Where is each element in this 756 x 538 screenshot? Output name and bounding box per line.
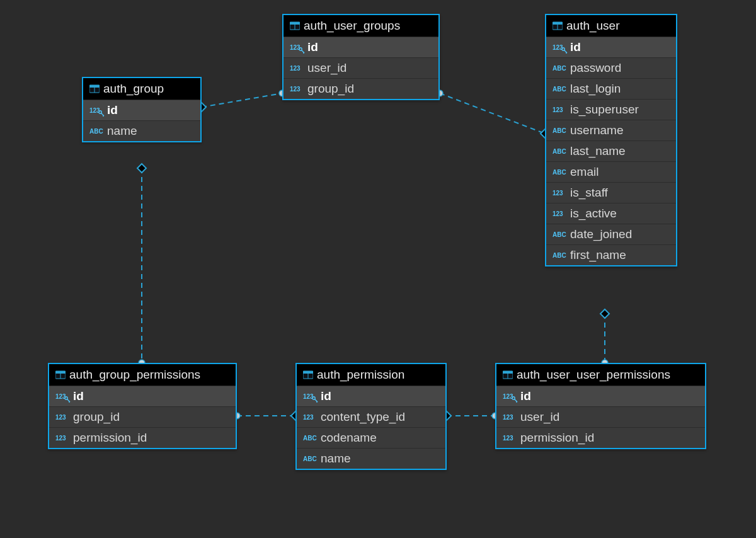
column-name: last_name <box>570 144 670 158</box>
numeric-type-icon: 123 <box>55 393 69 400</box>
text-type-icon: ABC <box>553 65 566 72</box>
column-row[interactable]: 123 id <box>496 386 705 406</box>
relation-line <box>202 93 282 107</box>
column-name: is_staff <box>570 186 670 200</box>
relation-diamond-icon <box>137 164 146 173</box>
table-icon <box>55 370 66 380</box>
numeric-type-icon: 123 <box>553 210 566 217</box>
table-icon <box>553 21 563 31</box>
column-name: id <box>570 40 670 54</box>
column-name: group_id <box>73 410 229 424</box>
table-title: auth_permission <box>317 368 404 382</box>
table-header[interactable]: auth_user_groups <box>284 15 438 37</box>
column-name: id <box>73 389 229 403</box>
column-row[interactable]: ABCname <box>83 120 200 141</box>
numeric-type-icon: 123 <box>553 190 566 197</box>
column-name: permission_id <box>520 431 699 445</box>
column-name: password <box>570 61 670 75</box>
numeric-type-icon: 123 <box>290 65 304 72</box>
column-row[interactable]: 123permission_id <box>49 427 236 448</box>
text-type-icon: ABC <box>553 252 566 259</box>
column-name: is_active <box>570 207 670 220</box>
table-title: auth_user <box>566 19 620 33</box>
table-auth_permission[interactable]: auth_permission123 id123content_type_idA… <box>295 363 447 470</box>
column-row[interactable]: 123 id <box>284 37 438 57</box>
column-row[interactable]: 123group_id <box>49 406 236 427</box>
table-header[interactable]: auth_permission <box>297 364 445 386</box>
column-row[interactable]: ABClast_name <box>546 140 676 161</box>
numeric-type-icon: 123 <box>503 393 517 400</box>
numeric-type-icon: 123 <box>290 44 304 51</box>
table-icon <box>290 21 300 31</box>
column-row[interactable]: 123is_superuser <box>546 99 676 120</box>
table-header[interactable]: auth_group_permissions <box>49 364 236 386</box>
column-name: group_id <box>307 82 432 96</box>
numeric-type-icon: 123 <box>55 435 69 442</box>
primary-key-icon <box>98 110 105 117</box>
table-icon <box>303 370 313 380</box>
column-row[interactable]: ABCname <box>297 448 445 469</box>
column-row[interactable]: ABCpassword <box>546 57 676 78</box>
column-name: first_name <box>570 248 670 262</box>
table-header[interactable]: auth_group <box>83 78 200 100</box>
column-row[interactable]: 123group_id <box>284 78 438 99</box>
column-name: user_id <box>307 61 432 75</box>
table-header[interactable]: auth_user_user_permissions <box>496 364 705 386</box>
column-name: username <box>570 123 670 137</box>
table-auth_user_groups[interactable]: auth_user_groups123 id123user_id123group… <box>282 14 440 100</box>
column-name: id <box>307 40 432 54</box>
column-name: email <box>570 165 670 179</box>
column-name: name <box>321 452 439 466</box>
column-row[interactable]: ABCusername <box>546 120 676 140</box>
column-row[interactable]: 123is_active <box>546 203 676 224</box>
numeric-type-icon: 123 <box>503 414 517 421</box>
column-row[interactable]: ABClast_login <box>546 78 676 99</box>
primary-key-icon <box>512 396 518 403</box>
column-row[interactable]: 123 id <box>49 386 236 406</box>
table-header[interactable]: auth_user <box>546 15 676 37</box>
text-type-icon: ABC <box>553 127 566 134</box>
numeric-type-icon: 123 <box>89 107 103 114</box>
numeric-type-icon: 123 <box>553 44 566 51</box>
primary-key-icon <box>299 47 305 54</box>
table-title: auth_group <box>103 82 164 96</box>
text-type-icon: ABC <box>303 455 317 462</box>
column-row[interactable]: ABCfirst_name <box>546 244 676 265</box>
column-row[interactable]: 123 id <box>297 386 445 406</box>
table-auth_user_user_permissions[interactable]: auth_user_user_permissions123 id123user_… <box>495 363 706 449</box>
column-row[interactable]: ABCemail <box>546 161 676 182</box>
column-name: name <box>107 124 194 138</box>
numeric-type-icon: 123 <box>303 393 317 400</box>
column-name: content_type_id <box>321 410 439 424</box>
numeric-type-icon: 123 <box>290 86 304 93</box>
column-row[interactable]: 123permission_id <box>496 427 705 448</box>
primary-key-icon <box>312 396 318 403</box>
column-name: is_superuser <box>570 103 670 117</box>
column-row[interactable]: 123is_staff <box>546 182 676 203</box>
relation-diamond-icon <box>600 309 609 318</box>
column-row[interactable]: ABCdate_joined <box>546 224 676 244</box>
numeric-type-icon: 123 <box>553 106 566 113</box>
text-type-icon: ABC <box>553 148 566 155</box>
table-auth_user[interactable]: auth_user123 idABCpasswordABClast_login1… <box>545 14 677 266</box>
column-row[interactable]: 123user_id <box>284 57 438 78</box>
column-row[interactable]: 123 id <box>546 37 676 57</box>
column-row[interactable]: 123content_type_id <box>297 406 445 427</box>
table-title: auth_user_groups <box>304 19 400 33</box>
column-row[interactable]: ABCcodename <box>297 427 445 448</box>
column-row[interactable]: 123 id <box>83 100 200 120</box>
text-type-icon: ABC <box>553 169 566 176</box>
text-type-icon: ABC <box>89 128 103 135</box>
primary-key-icon <box>64 396 71 403</box>
column-name: permission_id <box>73 431 229 445</box>
column-name: user_id <box>520 410 699 424</box>
column-row[interactable]: 123user_id <box>496 406 705 427</box>
column-name: codename <box>321 431 439 445</box>
text-type-icon: ABC <box>303 435 317 442</box>
table-auth_group[interactable]: auth_group123 idABCname <box>82 77 202 142</box>
table-auth_group_permissions[interactable]: auth_group_permissions123 id123group_id1… <box>48 363 237 449</box>
numeric-type-icon: 123 <box>503 435 517 442</box>
column-name: date_joined <box>570 227 670 241</box>
numeric-type-icon: 123 <box>55 414 69 421</box>
primary-key-icon <box>561 47 568 54</box>
